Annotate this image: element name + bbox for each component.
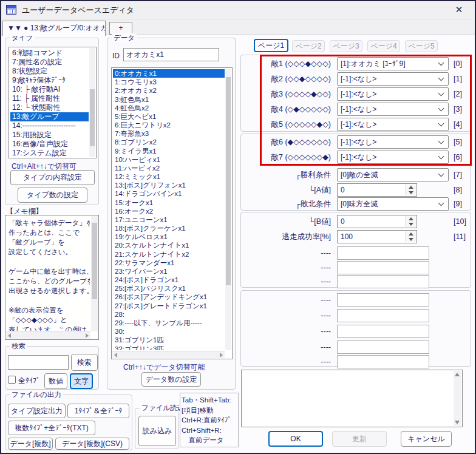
data-count-settings-button[interactable]: データ数の設定 <box>141 372 201 387</box>
enemy5-dropdown[interactable]: [-1]:<なし> <box>337 118 449 131</box>
unused-field[interactable] <box>337 309 429 322</box>
cancel-button[interactable]: キャンセル <box>401 431 452 447</box>
tab-page-3[interactable]: ページ3 <box>330 40 362 52</box>
enemy7-dropdown[interactable]: [-1]:<なし> <box>337 151 449 164</box>
list-item[interactable]: 1:コウモリx3 <box>113 78 225 86</box>
list-item[interactable]: 24:[ボス]ドラゴンx1 <box>113 276 225 284</box>
list-item[interactable]: 2:オオカミx2 <box>113 86 225 95</box>
list-item[interactable]: 18:[ボス]クラーケンx1 <box>113 224 225 232</box>
data-list-vscrollbar[interactable] <box>225 69 231 350</box>
list-item[interactable]: 9:敵ｷｬﾗ個体ﾃﾞｰﾀ <box>10 76 89 85</box>
list-item[interactable]: 19:ケルベロスx1 <box>113 232 225 241</box>
b-value-spinner[interactable] <box>406 216 416 227</box>
type-list-scrollbar[interactable] <box>89 48 95 157</box>
tab-page-5[interactable]: ページ5 <box>405 40 438 52</box>
list-item[interactable]: 6:巨大ニワトリx2 <box>113 121 225 129</box>
list-item[interactable]: 16:画像/音声設定 <box>10 140 89 149</box>
list-item[interactable]: 14:ドラゴンバインx1 <box>113 189 225 198</box>
enemy4-dropdown[interactable]: [-1]:<なし> <box>337 103 449 116</box>
list-item[interactable]: 11:ハーピィx2 <box>113 164 225 172</box>
tab-page-4[interactable]: ページ4 <box>367 40 400 52</box>
unused-field[interactable] <box>337 246 429 260</box>
unused-field[interactable] <box>337 261 429 274</box>
memo-vscrollbar[interactable] <box>91 216 98 331</box>
lose-condition-dropdown[interactable]: [0]味方全滅 <box>337 197 449 211</box>
list-item[interactable]: 15:オークx1 <box>113 198 225 207</box>
list-item[interactable]: 6:戦闘コマンド <box>10 49 89 58</box>
b-value-field[interactable]: 0 <box>337 215 417 228</box>
list-item[interactable]: 9:ミイラ男x1 <box>113 147 225 155</box>
list-item[interactable]: 29:----以下、サンプル用----- <box>113 319 225 327</box>
list-item[interactable]: 30: <box>113 327 225 336</box>
memo-edit-area[interactable] <box>241 370 463 427</box>
list-item[interactable]: 32:ゴブリン3匹 <box>113 345 225 351</box>
data-list-hscrollbar[interactable] <box>112 351 225 358</box>
unused-field[interactable] <box>337 275 429 288</box>
tab-page-1[interactable]: ページ1 <box>254 39 288 52</box>
list-item[interactable]: 7:属性名の設定 <box>10 58 89 67</box>
type-content-settings-button[interactable]: タイプの内容設定 <box>10 170 95 185</box>
edit-area-scrollbar[interactable] <box>454 371 461 426</box>
list-item[interactable]: 25:[ボス]バジリスクx1 <box>113 284 225 293</box>
list-item[interactable]: 5:巨大ヘビx1 <box>113 112 225 121</box>
close-button[interactable]: ✕ <box>450 3 467 16</box>
list-item[interactable]: 7:奇形魚x3 <box>113 129 225 138</box>
a-value-spinner[interactable] <box>406 185 416 195</box>
list-item[interactable]: 8:状態設定 <box>10 67 89 76</box>
list-item[interactable]: 3:虹色鳥x1 <box>113 95 225 104</box>
update-button[interactable]: 更新 <box>332 431 387 447</box>
type-listbox[interactable]: 6:戦闘コマンド7:属性名の設定8:状態設定9:敵ｷｬﾗ個体ﾃﾞｰﾀ10: ├ … <box>8 47 97 158</box>
list-item[interactable]: 15:用語設定 <box>10 130 89 140</box>
list-item[interactable]: 13:敵グループ <box>10 112 89 121</box>
type-settings-export-button[interactable]: タイプ設定出力 <box>8 404 66 418</box>
data-multi-csv-button[interactable]: データ[複数](CSV) <box>55 438 129 450</box>
all-types-checkbox[interactable] <box>8 376 16 384</box>
list-item[interactable]: 17:ユニコーンx1 <box>113 215 225 224</box>
a-value-field[interactable]: 0 <box>337 183 417 197</box>
tab-active-db[interactable]: ▼▼ ● 13:敵グループ/0:オオカ.. <box>2 21 106 36</box>
search-input[interactable] <box>8 355 69 370</box>
multi-type-all-data-txt-button[interactable]: 複数ﾀｲﾌﾟ+全ﾃﾞｰﾀ(TXT) <box>8 421 95 435</box>
list-item[interactable]: 22:サラマンダーx1 <box>113 259 225 267</box>
data-multi-button[interactable]: データ[複数] <box>8 438 53 450</box>
unused-field[interactable] <box>337 355 429 368</box>
unused-field[interactable] <box>337 340 429 354</box>
enemy3-dropdown[interactable]: [-1]:<なし> <box>337 87 449 101</box>
enemy6-dropdown[interactable]: [-1]:<なし> <box>337 135 449 149</box>
memo-box[interactable]: 「敵キャラ個体データ」を 作ったあとは、ここで 「敵グループ」を 設定してくださ… <box>5 215 99 340</box>
list-item[interactable]: 12: └ 状態耐性 <box>10 103 89 112</box>
type-count-settings-button[interactable]: タイプ数の設定 <box>18 188 87 203</box>
search-numeric-button[interactable]: 数値 <box>44 373 67 389</box>
enemy1-dropdown[interactable]: [1]:オオカミ [ﾕｰｻﾞ9] <box>337 57 449 70</box>
list-item[interactable]: 27:[ボス]グレートドラゴンx1 <box>113 302 225 310</box>
memo-hscrollbar[interactable] <box>6 331 90 339</box>
escape-rate-spinner[interactable] <box>406 231 416 242</box>
list-item[interactable]: 10:ハーピィx1 <box>113 155 225 164</box>
escape-rate-field[interactable]: 100 <box>337 230 417 243</box>
unused-field[interactable] <box>337 293 429 307</box>
list-item[interactable]: 17:システム設定 <box>10 149 89 157</box>
load-file-button[interactable]: 読み込み <box>138 416 176 446</box>
list-item[interactable]: 26:[ボス]アンデッドキングx1 <box>113 293 225 301</box>
list-item[interactable]: 10: ├ 敵行動AI <box>10 85 89 94</box>
list-item[interactable]: 21:スケルトンナイトx2 <box>113 250 225 259</box>
list-item[interactable]: 8:ゴブリンx2 <box>113 138 225 146</box>
data-id-input[interactable] <box>123 48 219 61</box>
ok-button[interactable]: OK <box>268 431 323 447</box>
list-item[interactable]: 4:虹色鳥x2 <box>113 104 225 112</box>
list-item[interactable]: 11: ├ 属性耐性 <box>10 94 89 103</box>
data-listbox[interactable]: 0:オオカミx11:コウモリx32:オオカミx23:虹色鳥x14:虹色鳥x25:… <box>111 67 233 359</box>
list-item[interactable]: 28: <box>113 310 225 319</box>
list-item[interactable]: 20:スケルトンナイトx1 <box>113 241 225 249</box>
list-item[interactable]: 0:オオカミx1 <box>113 69 225 78</box>
unused-field[interactable] <box>337 325 429 338</box>
tab-page-2[interactable]: ページ2 <box>292 40 325 52</box>
search-text-button[interactable]: 文字 <box>70 373 93 389</box>
search-button[interactable]: 検索 <box>71 354 98 371</box>
enemy2-dropdown[interactable]: [-1]:<なし> <box>337 72 449 86</box>
list-item[interactable]: 12:ミミックx1 <box>113 172 225 181</box>
win-condition-dropdown[interactable]: [0]敵の全滅 <box>337 168 449 181</box>
list-item[interactable]: 14:---------------------- <box>10 121 89 130</box>
one-type-all-data-button[interactable]: 1ﾀｲﾌﾟ＆全ﾃﾞｰﾀ <box>67 404 129 418</box>
list-item[interactable]: 13:[ボス]グリフォンx1 <box>113 181 225 189</box>
